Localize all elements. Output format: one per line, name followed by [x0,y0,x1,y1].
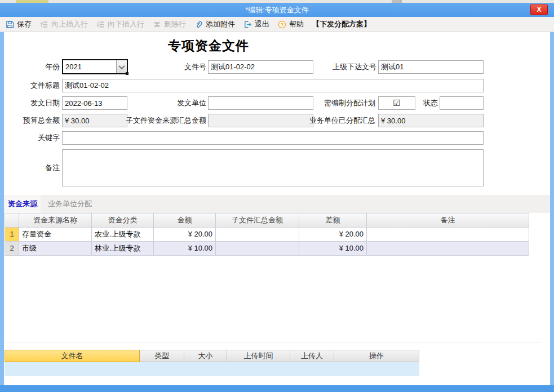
cell-name[interactable]: 存量资金 [19,228,92,242]
subfile-total-label: 子文件资金来源汇总金额 [122,114,206,127]
col-header-name[interactable]: 资金来源名称 [19,213,92,228]
remark-label: 备注 [37,149,60,186]
dialog-border-right [550,32,554,385]
edit-special-fund-dialog: *编辑:专项资金文件 X 保存 向上插入行 向下插入行 [0,0,554,392]
insert-row-above-button[interactable]: 向上插入行 [40,19,88,29]
add-attachment-label: 添加附件 [206,19,235,29]
allocated-total-input [378,114,484,127]
col-header-uploader[interactable]: 上传人 [290,350,334,362]
cell-subfile-amount[interactable] [216,242,299,256]
fund-source-table: 资金来源名称 资金分类 金额 子文件汇总金额 差额 备注 1 存量资金 农业.上… [5,213,529,256]
focus-handle [126,72,128,75]
allocated-total-label: 业务单位已分配汇总 [307,114,375,127]
doc-no-input[interactable] [208,60,313,74]
insert-row-below-label: 向下插入行 [108,19,144,29]
cell-difference[interactable]: ¥ 20.00 [299,228,367,242]
cell-category[interactable]: 林业.上级专款 [92,242,154,256]
subfile-total-input [208,114,313,127]
keyword-input[interactable] [62,131,484,145]
dialog-border-bottom [0,385,554,392]
col-header-subfile-amount[interactable]: 子文件汇总金额 [216,213,299,228]
chevron-down-icon [118,63,125,69]
col-header-category[interactable]: 资金分类 [92,213,154,228]
insert-row-above-icon [40,20,48,29]
window-title: *编辑:专项资金文件 [0,3,554,17]
budget-total-input [62,114,127,127]
title-bar: *编辑:专项资金文件 [0,3,554,17]
dispatch-plan-label: 【下发分配方案】 [312,19,371,29]
attachment-empty-row [5,362,419,376]
superior-doc-no-label: 上级下达文号 [321,60,376,74]
year-value: 2021 [63,60,116,73]
toolbar: 保存 向上插入行 向下插入行 删除行 [0,17,554,32]
col-header-operation[interactable]: 操作 [334,350,419,362]
paperclip-icon [194,20,203,29]
doc-no-label: 文件号 [169,60,206,74]
help-circle-icon: ? [278,20,286,29]
help-button[interactable]: ? 帮助 [278,19,304,29]
help-label: 帮助 [289,19,304,29]
col-header-filetype[interactable]: 类型 [140,350,184,362]
save-label: 保存 [17,19,32,29]
issue-unit-label: 发文单位 [169,96,206,110]
table-row[interactable]: 2 市级 林业.上级专款 ¥ 10.00 ¥ 10.00 [5,242,529,256]
col-header-difference[interactable]: 差额 [299,213,367,228]
col-header-amount[interactable]: 金额 [154,213,216,228]
issue-date-input[interactable] [62,96,127,110]
year-label: 年份 [27,59,60,74]
add-attachment-button[interactable]: 添加附件 [194,19,235,29]
col-header-remark[interactable]: 备注 [367,213,529,228]
cell-difference[interactable]: ¥ 10.00 [299,242,367,256]
cell-subfile-amount[interactable] [216,228,299,242]
cell-name[interactable]: 市级 [19,242,92,256]
row-number-header [5,213,19,228]
issue-date-label: 发文日期 [16,96,60,110]
keyword-label: 关键字 [26,131,60,145]
cell-category[interactable]: 农业.上级专款 [92,228,154,242]
status-label: 状态 [421,96,438,110]
doc-title-input[interactable] [62,79,484,92]
issue-unit-input[interactable] [208,96,313,110]
delete-row-label: 删除行 [164,19,186,29]
superior-doc-no-input[interactable] [378,60,484,74]
need-plan-checkbox[interactable]: ☑ [378,96,415,110]
dialog-border-left [0,32,4,385]
save-icon [6,20,14,29]
cell-amount[interactable]: ¥ 10.00 [154,242,216,256]
save-button[interactable]: 保存 [6,19,32,29]
exit-icon [243,20,252,29]
insert-row-below-icon [96,20,105,29]
need-plan-label: 需编制分配计划 [316,96,375,110]
fund-table-header-row: 资金来源名称 资金分类 金额 子文件汇总金额 差额 备注 [5,213,529,228]
remark-textarea[interactable] [62,149,484,186]
delete-row-button[interactable]: 删除行 [153,19,186,29]
exit-label: 退出 [255,19,269,29]
col-header-upload-time[interactable]: 上传时间 [227,350,290,362]
checkbox-checked-icon: ☑ [393,98,400,108]
cell-amount[interactable]: ¥ 20.00 [154,228,216,242]
insert-row-above-label: 向上插入行 [51,19,88,29]
exit-button[interactable]: 退出 [243,19,269,29]
svg-text:?: ? [281,21,283,27]
insert-row-below-button[interactable]: 向下插入行 [96,19,144,29]
budget-total-label: 预算总金额 [16,114,60,127]
tab-unit-allocation[interactable]: 业务单位分配 [41,195,99,213]
tab-fund-source[interactable]: 资金来源 [5,195,41,213]
dispatch-plan-button[interactable]: 【下发分配方案】 [312,19,371,29]
cell-remark[interactable] [367,242,529,256]
attachment-panel-divider [5,342,541,342]
year-dropdown-button[interactable] [116,60,127,73]
row-number-cell[interactable]: 2 [5,242,19,256]
page-title: 专项资金文件 [168,37,249,55]
attachment-table-header: 文件名 类型 大小 上传时间 上传人 操作 [5,350,419,362]
cell-remark[interactable] [367,228,529,242]
row-number-cell[interactable]: 1 [5,228,19,242]
delete-row-icon [153,20,161,29]
col-header-filename[interactable]: 文件名 [5,350,140,362]
col-header-filesize[interactable]: 大小 [184,350,227,362]
year-select[interactable]: 2021 [62,59,128,74]
close-button[interactable]: X [530,4,548,15]
table-row[interactable]: 1 存量资金 农业.上级专款 ¥ 20.00 ¥ 20.00 [5,228,529,242]
doc-title-label: 文件标题 [16,79,60,92]
status-input[interactable] [440,96,484,110]
